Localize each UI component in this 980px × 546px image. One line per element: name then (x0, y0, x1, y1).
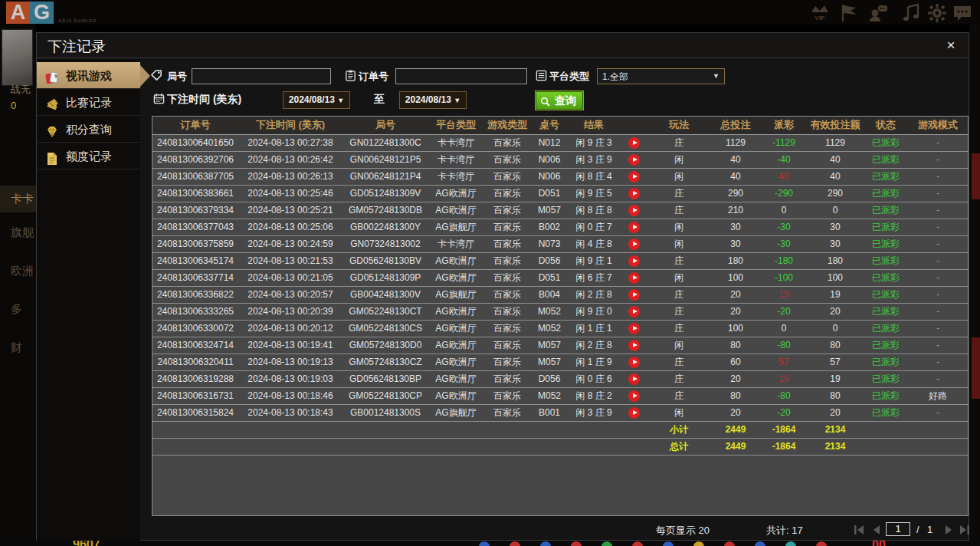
summary-cell: 小计 (647, 421, 710, 438)
summary-cell (343, 421, 428, 438)
music-icon[interactable] (901, 3, 921, 23)
prev-page-icon[interactable] (870, 525, 883, 535)
order-no-input[interactable] (395, 68, 527, 84)
table-cell: 20 (710, 286, 761, 303)
sidebar-tab-video-games[interactable]: 9视讯游戏 (37, 62, 140, 89)
table-cell: 百家乐 (483, 151, 531, 168)
table-cell: 闲 9 庄 0 (568, 303, 620, 320)
table-cell: GD056248130BV (343, 252, 428, 269)
replay-icon[interactable] (628, 238, 640, 250)
table-cell: - (908, 354, 968, 370)
list-icon (536, 70, 547, 81)
table-cell: 闲 9 庄 5 (568, 185, 620, 202)
pagination-bar: 每页显示 20 共计: 17 1 / 1 (37, 521, 969, 541)
query-button[interactable]: 查询 (536, 91, 583, 110)
table-row: 2408130063204112024-08-13 00:19:13GM0572… (152, 354, 968, 370)
replay-icon[interactable] (628, 154, 640, 166)
table-cell: B002 (531, 219, 568, 235)
sidebar-tab-quota-records[interactable]: 额度记录 (37, 143, 140, 169)
ticket-icon (44, 95, 60, 110)
avatar (2, 29, 33, 86)
summary-cell (531, 421, 568, 438)
lobby-underlay: 战无0卡卡旗舰欧洲多财 (0, 25, 36, 546)
table-cell: AG欧洲厅 (428, 303, 483, 320)
underlay-badge (785, 541, 796, 546)
logo-letter-a: A (6, 2, 30, 24)
flag-icon[interactable] (839, 3, 859, 23)
replay-icon[interactable] (628, 272, 640, 284)
date-to-picker[interactable]: 2024/08/13 ▼ (399, 91, 467, 109)
search-icon (540, 95, 551, 106)
sidebar-tab-points-query[interactable]: 积分查询 (37, 116, 140, 143)
table-cell: 180 (807, 252, 864, 269)
column-header (620, 117, 647, 134)
replay-cell (620, 202, 647, 219)
replay-icon[interactable] (628, 255, 640, 267)
round-no-input[interactable] (192, 68, 331, 84)
table-cell: 闲 (647, 235, 710, 252)
date-to-label: 至 (374, 93, 385, 107)
table-cell: 2024-08-13 00:21:05 (238, 269, 343, 286)
table-cell: - (908, 320, 968, 337)
table-cell: - (908, 269, 968, 286)
replay-icon[interactable] (628, 205, 640, 216)
chat-icon[interactable] (952, 3, 972, 23)
table-cell: N073 (531, 235, 568, 252)
table-cell: 百家乐 (483, 370, 531, 387)
summary-cell (428, 438, 483, 455)
table-row: 2408130063836612024-08-13 00:25:46GD0512… (152, 185, 968, 202)
table-cell: 240813006324714 (152, 337, 238, 354)
table-cell: - (908, 185, 968, 202)
summary-cell (238, 438, 343, 455)
table-cell: 已派彩 (864, 235, 908, 252)
table-cell: 2024-08-13 00:20:57 (238, 286, 343, 303)
date-from-picker[interactable]: 2024/08/13 ▼ (283, 91, 350, 109)
replay-icon[interactable] (628, 171, 640, 183)
replay-icon[interactable] (628, 306, 640, 317)
table-cell: 2024-08-13 00:26:13 (238, 168, 343, 185)
replay-icon[interactable] (628, 373, 640, 385)
tag-icon (151, 70, 162, 81)
sidebar-tab-match-records[interactable]: 比赛记录 (37, 89, 140, 116)
replay-icon[interactable] (628, 407, 640, 419)
table-cell: 闲 8 庄 8 (568, 202, 620, 219)
table-row: 2408130063192882024-08-13 00:19:03GD0562… (152, 370, 968, 387)
gear-icon[interactable] (927, 3, 947, 23)
table-cell: GN006248121P4 (343, 168, 428, 185)
platform-type-select[interactable]: 1.全部 ▼ (597, 68, 725, 84)
replay-icon[interactable] (628, 390, 640, 402)
replay-icon[interactable] (628, 323, 640, 334)
support-icon[interactable] (868, 3, 888, 23)
last-page-icon[interactable] (958, 525, 970, 535)
first-page-icon[interactable] (854, 525, 866, 535)
table-cell: 40 (710, 168, 761, 185)
platform-type-label: 平台类型 (549, 70, 589, 84)
table-cell: 240813006330072 (152, 320, 238, 337)
table-cell: 已派彩 (864, 404, 908, 421)
table-cell: GN006248121P5 (343, 151, 428, 168)
underlay-badge (693, 541, 704, 546)
table-cell: AG欧洲厅 (428, 387, 483, 404)
table-cell: -80 (761, 387, 807, 404)
next-page-icon[interactable] (942, 525, 955, 535)
vip-icon[interactable]: VIP (810, 3, 830, 23)
replay-icon[interactable] (628, 357, 640, 368)
total-count-label: 共计: 17 (766, 524, 803, 538)
table-cell: 已派彩 (864, 269, 908, 286)
table-cell: 闲 4 庄 8 (568, 235, 620, 252)
bet-records-table: 订单号下注时间 (美东)局号平台类型游戏类型桌号结果玩法总投注派彩有效投注额状态… (152, 116, 969, 516)
replay-icon[interactable] (628, 137, 640, 149)
table-cell: 闲 9 庄 3 (568, 134, 620, 151)
replay-icon[interactable] (628, 289, 640, 301)
replay-icon[interactable] (628, 188, 640, 199)
replay-icon[interactable] (628, 340, 640, 351)
table-cell: 百家乐 (483, 354, 531, 370)
replay-icon[interactable] (628, 222, 640, 233)
column-header: 玩法 (647, 117, 710, 134)
table-cell: M057 (531, 202, 568, 219)
table-cell: GM057248130DB (343, 202, 428, 219)
close-icon[interactable]: × (942, 37, 959, 54)
underlay-badge (540, 541, 551, 546)
page-number-input[interactable]: 1 (886, 522, 910, 536)
summary-cell (343, 438, 428, 455)
